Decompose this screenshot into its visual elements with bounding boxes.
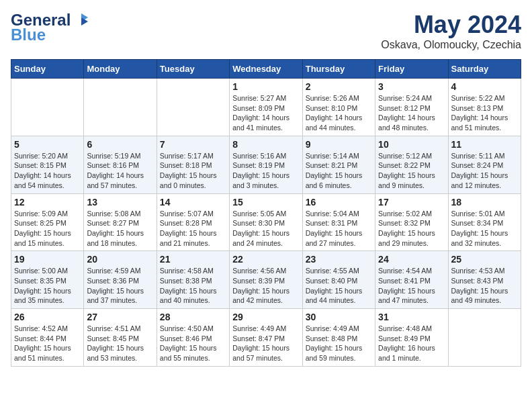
cell-info-text: Sunset: 8:18 PM xyxy=(160,161,226,171)
cell-info-text: Sunset: 8:34 PM xyxy=(451,218,518,228)
title-area: May 2024 Oskava, Olomoucky, Czechia xyxy=(381,11,521,51)
cell-info-text: Sunset: 8:43 PM xyxy=(451,276,518,286)
cell-info-text: Sunrise: 4:54 AM xyxy=(378,266,445,276)
cell-info-text: Sunset: 8:13 PM xyxy=(451,103,518,113)
day-number: 27 xyxy=(87,312,153,322)
day-number: 1 xyxy=(232,81,299,92)
cell-info-text: Sunset: 8:19 PM xyxy=(232,161,299,171)
calendar-cell: 15Sunrise: 5:05 AMSunset: 8:30 PMDayligh… xyxy=(230,193,302,251)
calendar-cell: 3Sunrise: 5:24 AMSunset: 8:12 PMDaylight… xyxy=(375,79,448,136)
calendar-cell: 27Sunrise: 4:51 AMSunset: 8:45 PMDayligh… xyxy=(84,309,157,367)
cell-info-text: Daylight: 14 hours and 41 minutes. xyxy=(232,113,299,132)
calendar-cell: 17Sunrise: 5:02 AMSunset: 8:32 PMDayligh… xyxy=(375,193,448,251)
calendar-cell: 19Sunrise: 5:00 AMSunset: 8:35 PMDayligh… xyxy=(11,251,84,309)
location-subtitle: Oskava, Olomoucky, Czechia xyxy=(381,39,521,51)
cell-info-text: Daylight: 15 hours and 3 minutes. xyxy=(232,171,299,190)
cell-info-text: Sunrise: 5:26 AM xyxy=(306,93,372,103)
weekday-header-monday: Monday xyxy=(84,60,157,79)
cell-info-text: Sunset: 8:40 PM xyxy=(306,276,372,286)
cell-info-text: Daylight: 15 hours and 18 minutes. xyxy=(87,228,153,248)
cell-info-text: Sunset: 8:47 PM xyxy=(232,334,299,344)
day-number: 20 xyxy=(87,254,153,265)
cell-info-text: Sunset: 8:12 PM xyxy=(378,103,445,113)
cell-info-text: Sunrise: 5:08 AM xyxy=(87,209,153,219)
day-number: 6 xyxy=(87,139,153,150)
cell-info-text: Sunrise: 5:07 AM xyxy=(160,209,226,219)
calendar-cell: 13Sunrise: 5:08 AMSunset: 8:27 PMDayligh… xyxy=(84,193,157,251)
cell-info-text: Sunset: 8:15 PM xyxy=(14,161,81,171)
weekday-header-thursday: Thursday xyxy=(302,60,375,79)
cell-info-text: Sunset: 8:21 PM xyxy=(306,161,372,171)
cell-info-text: Sunrise: 5:16 AM xyxy=(232,151,299,161)
cell-info-text: Daylight: 15 hours and 29 minutes. xyxy=(378,228,445,248)
cell-info-text: Sunrise: 4:53 AM xyxy=(451,266,518,276)
cell-info-text: Sunset: 8:22 PM xyxy=(378,161,445,171)
calendar-cell: 11Sunrise: 5:11 AMSunset: 8:24 PMDayligh… xyxy=(448,136,521,193)
day-number: 28 xyxy=(160,312,226,322)
cell-info-text: Sunset: 8:16 PM xyxy=(87,161,153,171)
cell-info-text: Sunset: 8:28 PM xyxy=(160,218,226,228)
cell-info-text: Daylight: 15 hours and 12 minutes. xyxy=(451,171,518,190)
calendar-week-row: 5Sunrise: 5:20 AMSunset: 8:15 PMDaylight… xyxy=(11,136,521,193)
weekday-header-friday: Friday xyxy=(375,60,448,79)
calendar-cell: 1Sunrise: 5:27 AMSunset: 8:09 PMDaylight… xyxy=(230,79,302,136)
cell-info-text: Daylight: 14 hours and 44 minutes. xyxy=(306,113,372,132)
calendar-cell: 30Sunrise: 4:49 AMSunset: 8:48 PMDayligh… xyxy=(302,309,375,367)
month-title: May 2024 xyxy=(381,11,521,39)
day-number: 9 xyxy=(306,139,372,150)
cell-info-text: Sunrise: 5:11 AM xyxy=(451,151,518,161)
logo-blue-text: Blue xyxy=(11,26,46,44)
cell-info-text: Sunset: 8:41 PM xyxy=(378,276,445,286)
cell-info-text: Daylight: 15 hours and 6 minutes. xyxy=(306,171,372,190)
cell-info-text: Sunset: 8:36 PM xyxy=(87,276,153,286)
calendar-table: SundayMondayTuesdayWednesdayThursdayFrid… xyxy=(11,59,521,367)
cell-info-text: Daylight: 15 hours and 9 minutes. xyxy=(378,171,445,190)
cell-info-text: Sunset: 8:46 PM xyxy=(160,334,226,344)
day-number: 13 xyxy=(87,197,153,208)
cell-info-text: Sunrise: 5:00 AM xyxy=(14,266,81,276)
calendar-cell: 28Sunrise: 4:50 AMSunset: 8:46 PMDayligh… xyxy=(157,309,229,367)
day-number: 2 xyxy=(306,81,372,92)
cell-info-text: Daylight: 15 hours and 55 minutes. xyxy=(160,343,226,363)
cell-info-text: Daylight: 15 hours and 35 minutes. xyxy=(14,286,81,306)
cell-info-text: Sunset: 8:32 PM xyxy=(378,218,445,228)
cell-info-text: Sunrise: 5:09 AM xyxy=(14,209,81,219)
cell-info-text: Sunset: 8:09 PM xyxy=(232,103,299,113)
cell-info-text: Sunrise: 4:55 AM xyxy=(306,266,372,276)
calendar-cell: 14Sunrise: 5:07 AMSunset: 8:28 PMDayligh… xyxy=(157,193,229,251)
calendar-cell: 12Sunrise: 5:09 AMSunset: 8:25 PMDayligh… xyxy=(11,193,84,251)
day-number: 25 xyxy=(451,254,518,265)
calendar-cell: 26Sunrise: 4:52 AMSunset: 8:44 PMDayligh… xyxy=(11,309,84,367)
cell-info-text: Sunrise: 4:49 AM xyxy=(306,324,372,334)
cell-info-text: Sunrise: 4:48 AM xyxy=(378,324,445,334)
calendar-cell xyxy=(84,79,157,136)
day-number: 14 xyxy=(160,197,226,208)
cell-info-text: Sunrise: 5:24 AM xyxy=(378,93,445,103)
cell-info-text: Sunset: 8:38 PM xyxy=(160,276,226,286)
cell-info-text: Daylight: 15 hours and 37 minutes. xyxy=(87,286,153,306)
cell-info-text: Daylight: 14 hours and 54 minutes. xyxy=(14,171,81,190)
cell-info-text: Sunset: 8:45 PM xyxy=(87,334,153,344)
calendar-cell: 22Sunrise: 4:56 AMSunset: 8:39 PMDayligh… xyxy=(230,251,302,309)
cell-info-text: Sunset: 8:10 PM xyxy=(306,103,372,113)
cell-info-text: Sunset: 8:30 PM xyxy=(232,218,299,228)
day-number: 12 xyxy=(14,197,81,208)
calendar-cell: 21Sunrise: 4:58 AMSunset: 8:38 PMDayligh… xyxy=(157,251,229,309)
day-number: 22 xyxy=(232,254,299,265)
weekday-header-tuesday: Tuesday xyxy=(157,60,229,79)
day-number: 23 xyxy=(306,254,372,265)
cell-info-text: Sunrise: 5:12 AM xyxy=(378,151,445,161)
day-number: 10 xyxy=(378,139,445,150)
day-number: 18 xyxy=(451,197,518,208)
cell-info-text: Sunrise: 4:52 AM xyxy=(14,324,81,334)
cell-info-text: Daylight: 15 hours and 47 minutes. xyxy=(378,286,445,306)
calendar-cell: 23Sunrise: 4:55 AMSunset: 8:40 PMDayligh… xyxy=(302,251,375,309)
calendar-cell: 4Sunrise: 5:22 AMSunset: 8:13 PMDaylight… xyxy=(448,79,521,136)
day-number: 7 xyxy=(160,139,226,150)
weekday-header-saturday: Saturday xyxy=(448,60,521,79)
cell-info-text: Daylight: 15 hours and 42 minutes. xyxy=(232,286,299,306)
cell-info-text: Daylight: 15 hours and 21 minutes. xyxy=(160,228,226,248)
day-number: 17 xyxy=(378,197,445,208)
cell-info-text: Daylight: 15 hours and 0 minutes. xyxy=(160,171,226,190)
cell-info-text: Sunrise: 5:05 AM xyxy=(232,209,299,219)
